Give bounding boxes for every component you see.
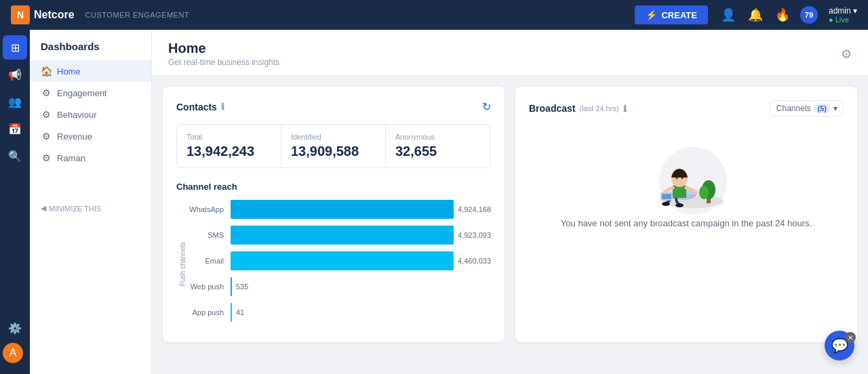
chat-close-button[interactable]: ✕ xyxy=(845,332,856,343)
sidebar-item-home[interactable]: 🏠 Home xyxy=(30,60,151,82)
user-icon[interactable]: 👤 xyxy=(719,5,738,24)
chart-bars: WhatsApp4,924,168SMS4,923,093Email4,460,… xyxy=(186,200,491,329)
sidebar-item-engagement[interactable]: ⚙ Engagement xyxy=(30,82,151,104)
live-status: ● Live xyxy=(829,16,857,24)
bar-container: 41 xyxy=(231,303,491,322)
bar-row: App push41 xyxy=(186,303,491,322)
contacts-card: Contacts ℹ ↻ Total 13,942,243 Identified… xyxy=(163,87,505,342)
sidebar-item-raman[interactable]: ⚙ Raman xyxy=(30,147,151,169)
sidebar-item-engagement-label: Engagement xyxy=(57,88,107,98)
bar-fill xyxy=(231,226,454,245)
sidebar-icon-settings[interactable]: ⚙️ xyxy=(3,316,27,340)
sidebar-item-home-label: Home xyxy=(57,66,81,77)
fire-icon[interactable]: 🔥 xyxy=(773,5,792,24)
page-title: Home xyxy=(168,41,279,56)
sidebar-item-behaviour[interactable]: ⚙ Behaviour xyxy=(30,104,151,125)
sidebar-item-revenue[interactable]: ⚙ Revenue xyxy=(30,125,151,147)
broadcast-empty-text: You have not sent any broadcast campaign… xyxy=(561,218,812,228)
page-subtitle: Get real-time business insights xyxy=(168,58,279,67)
stat-identified-value: 13,909,588 xyxy=(291,144,376,159)
navbar: N Netcore CUSTOMER ENGAGEMENT ⚡ CREATE 👤… xyxy=(0,0,868,30)
netcore-icon: N xyxy=(11,5,30,24)
icon-sidebar: ⊞ 📢 👥 📅 🔍 ⚙️ A xyxy=(0,30,30,374)
brand-name: Netcore xyxy=(34,9,75,21)
bar-label: WhatsApp xyxy=(186,205,231,213)
y-axis-label: Push channels xyxy=(176,242,186,287)
svg-point-7 xyxy=(682,178,684,180)
broadcast-title-area: Broadcast (last 24 hrs) ℹ xyxy=(529,103,627,114)
bar-row: Web push535 xyxy=(186,277,491,296)
svg-point-12 xyxy=(699,186,709,199)
notification-badge[interactable]: 79 xyxy=(800,6,818,24)
sidebar-item-raman-label: Raman xyxy=(57,153,85,163)
main-layout: ⊞ 📢 👥 📅 🔍 ⚙️ A Dashboards 🏠 Home ⚙ Engag… xyxy=(0,30,868,374)
main-content: Home Get real-time business insights ⚙ C… xyxy=(152,30,868,374)
broadcast-empty: You have not sent any broadcast campaign… xyxy=(529,117,844,242)
bar-label: Email xyxy=(186,257,231,265)
contacts-info-icon[interactable]: ℹ xyxy=(221,102,224,112)
broadcast-subtitle: (last 24 hrs) xyxy=(579,104,618,112)
logo: N Netcore xyxy=(11,5,75,24)
stat-identified-label: Identified xyxy=(291,133,376,141)
behaviour-icon: ⚙ xyxy=(41,109,52,120)
bar-value: 535 xyxy=(236,283,248,291)
chart-area: Push channels WhatsApp4,924,168SMS4,923,… xyxy=(176,200,491,329)
refresh-button[interactable]: ↻ xyxy=(482,100,491,113)
bar-fill xyxy=(231,251,454,270)
bolt-icon: ⚡ xyxy=(646,9,657,20)
home-icon: 🏠 xyxy=(41,66,52,77)
channel-reach-title: Channel reach xyxy=(176,182,491,192)
minimize-button[interactable]: ◀ MINIMIZE THIS xyxy=(30,196,151,221)
sidebar-icon-search[interactable]: 🔍 xyxy=(3,144,27,168)
broadcast-card: Broadcast (last 24 hrs) ℹ Channels (5) ▾ xyxy=(515,87,857,342)
settings-button[interactable]: ⚙ xyxy=(841,47,852,62)
bar-row: SMS4,923,093 xyxy=(186,226,491,245)
bar-value: 4,460,033 xyxy=(458,257,491,265)
sidebar-icon-grid[interactable]: ⊞ xyxy=(3,35,27,60)
bar-value: 4,923,093 xyxy=(458,231,491,239)
contacts-stats: Total 13,942,243 Identified 13,909,588 A… xyxy=(176,124,491,168)
chevron-down-icon: ▾ xyxy=(833,104,837,113)
stat-identified: Identified 13,909,588 xyxy=(281,125,386,167)
sidebar-icon-megaphone[interactable]: 📢 xyxy=(3,62,27,87)
contacts-card-header: Contacts ℹ ↻ xyxy=(176,100,491,113)
page-header-left: Home Get real-time business insights xyxy=(168,41,279,67)
sidebar-title: Dashboards xyxy=(30,41,151,60)
create-button[interactable]: ⚡ CREATE xyxy=(635,5,707,24)
bell-icon[interactable]: 🔔 xyxy=(746,5,765,24)
navbar-icons: 👤 🔔 🔥 79 admin ▾ ● Live xyxy=(719,5,857,24)
broadcast-title: Broadcast (last 24 hrs) ℹ xyxy=(529,103,627,114)
broadcast-card-header: Broadcast (last 24 hrs) ℹ Channels (5) ▾ xyxy=(529,100,844,117)
engagement-icon: ⚙ xyxy=(41,87,52,98)
bar-label: App push xyxy=(186,308,231,316)
stat-anonymous-value: 32,655 xyxy=(395,144,481,159)
stat-anonymous: Anonymous 32,655 xyxy=(386,125,490,167)
sidebar-item-revenue-label: Revenue xyxy=(57,131,92,142)
svg-point-4 xyxy=(675,203,684,207)
sidebar-icon-people[interactable]: 👥 xyxy=(3,89,27,114)
bar-fill xyxy=(231,303,232,322)
broadcast-info-icon[interactable]: ℹ xyxy=(623,104,627,114)
stat-total-label: Total xyxy=(186,133,271,141)
sidebar-icon-user-avatar[interactable]: A xyxy=(3,343,23,363)
bar-value: 41 xyxy=(236,308,244,316)
svg-point-3 xyxy=(662,202,670,206)
bar-container: 535 xyxy=(231,277,491,296)
bar-fill xyxy=(231,277,232,296)
contacts-card-title: Contacts ℹ xyxy=(176,102,224,112)
channels-dropdown[interactable]: Channels (5) ▾ xyxy=(770,100,844,117)
admin-info: admin ▾ ● Live xyxy=(829,6,857,24)
bar-container: 4,924,168 xyxy=(231,200,491,219)
svg-point-6 xyxy=(676,178,678,180)
stat-total-value: 13,942,243 xyxy=(186,144,271,159)
sidebar-icon-calendar[interactable]: 📅 xyxy=(3,117,27,141)
page-header: Home Get real-time business insights ⚙ xyxy=(152,30,868,76)
admin-label: admin ▾ xyxy=(829,6,857,16)
broadcast-illustration xyxy=(632,137,741,218)
section-label: CUSTOMER ENGAGEMENT xyxy=(85,11,190,19)
sidebar-icon-bottom: ⚙️ A xyxy=(3,316,27,369)
bar-container: 4,923,093 xyxy=(231,226,491,245)
channels-count: (5) xyxy=(814,104,831,113)
bar-row: Email4,460,033 xyxy=(186,251,491,270)
bar-row: WhatsApp4,924,168 xyxy=(186,200,491,219)
